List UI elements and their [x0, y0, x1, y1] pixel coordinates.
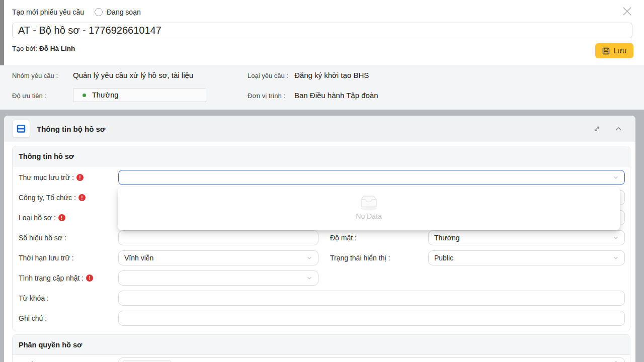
- secrecy-value: Thường: [434, 234, 459, 242]
- status-radio[interactable]: [95, 8, 103, 16]
- chevron-down-icon: [613, 174, 619, 180]
- retention-label: Thời hạn lưu trữ :: [19, 254, 118, 262]
- doc-number-label-text: Số hiệu hồ sơ :: [19, 234, 66, 242]
- dossier-detail-card: Thông tin hồ sơ Thư mục lưu trữ : Công t…: [12, 146, 630, 331]
- background-edge-strip: [0, 0, 4, 65]
- permission-card-title: Phân quyền hồ sơ: [19, 341, 82, 349]
- expand-icon: [593, 125, 600, 132]
- close-icon: [623, 7, 631, 16]
- display-status-select[interactable]: Public: [428, 250, 625, 265]
- empty-box-icon: [356, 194, 381, 211]
- priority-label: Độ ưu tiên :: [12, 92, 46, 100]
- secrecy-label: Độ mật :: [318, 234, 428, 242]
- permission-card: Phân quyền hồ sơ Quyền owner : Đỗ Hà Lin…: [12, 334, 630, 362]
- form-section-icon: [16, 124, 26, 134]
- display-status-label: Trạng thái hiển thị :: [318, 254, 428, 262]
- folder-select[interactable]: [118, 170, 625, 185]
- request-type-label: Loại yêu cầu :: [248, 72, 288, 79]
- modal-header: Tạo mới phiếu yêu cầu Đang soạn Tạo bởi:…: [0, 0, 644, 65]
- display-status-label-text: Trạng thái hiển thị :: [330, 254, 390, 262]
- created-by-name: Đỗ Hà Linh: [39, 45, 75, 52]
- owner-tag: Đỗ Hà Linh ×: [123, 360, 171, 362]
- keyword-label-text: Từ khóa :: [19, 294, 49, 302]
- chevron-down-icon: [306, 255, 312, 261]
- status-radio-group[interactable]: Đang soạn: [95, 7, 141, 17]
- modal-body: Thông tin bộ hồ sơ Thông tin hồ sơ: [0, 110, 644, 362]
- secrecy-select[interactable]: Thường: [428, 230, 625, 245]
- request-summary-section: Nhóm yêu cầu : Quản lý yêu cầu xử lý hồ …: [0, 65, 644, 110]
- doc-number-input[interactable]: [124, 231, 312, 245]
- note-label: Ghi chú :: [19, 314, 118, 322]
- created-by: Tạo bởi: Đỗ Hà Linh: [12, 45, 75, 52]
- owner-label: Quyền owner :: [19, 357, 118, 362]
- note-input[interactable]: [124, 311, 619, 325]
- no-data-text: No Data: [356, 212, 381, 220]
- request-group-label: Nhóm yêu cầu :: [12, 72, 58, 79]
- create-request-modal: Tạo mới phiếu yêu cầu Đang soạn Tạo bởi:…: [0, 0, 644, 362]
- folder-label: Thư mục lưu trữ :: [19, 173, 118, 182]
- request-group-value: Quản lý yêu cầu xử lý hồ sơ, tài liệu: [73, 71, 193, 79]
- save-icon: [602, 47, 610, 55]
- submit-unit-label: Đơn vị trình :: [248, 92, 285, 100]
- required-icon: [78, 194, 86, 201]
- dossier-detail-card-header: Thông tin hồ sơ: [13, 146, 630, 166]
- request-type-value: Đăng ký khởi tạo BHS: [294, 71, 369, 79]
- retention-value: Vĩnh viễn: [124, 254, 153, 262]
- dossier-detail-card-title: Thông tin hồ sơ: [19, 152, 74, 160]
- keyword-label: Từ khóa :: [19, 294, 118, 302]
- panel-title: Thông tin bộ hồ sơ: [37, 125, 105, 133]
- collapse-button[interactable]: [614, 125, 622, 133]
- chevron-up-icon: [615, 127, 622, 131]
- required-icon: [58, 214, 65, 221]
- note-input-box[interactable]: [118, 311, 625, 326]
- priority-dot-icon: [83, 94, 86, 97]
- owner-permission-row: Quyền owner : Đỗ Hà Linh ×: [13, 355, 630, 362]
- update-status-label: Tình trạng cập nhật :: [19, 274, 118, 282]
- doc-type-label: Loại hồ sơ :: [19, 214, 118, 222]
- folder-select-dropdown[interactable]: No Data: [118, 187, 620, 230]
- panel-header: Thông tin bộ hồ sơ: [4, 116, 635, 142]
- chevron-down-icon: [613, 235, 619, 241]
- folder-label-text: Thư mục lưu trữ :: [19, 173, 74, 182]
- close-button[interactable]: [622, 6, 632, 16]
- company-label: Công ty, Tổ chức :: [19, 194, 118, 202]
- required-icon: [86, 275, 93, 282]
- keyword-input[interactable]: [124, 291, 619, 305]
- priority-value: Thường: [92, 91, 118, 99]
- required-icon: [76, 174, 84, 181]
- secrecy-label-text: Độ mật :: [330, 234, 357, 242]
- dossier-info-panel: Thông tin bộ hồ sơ Thông tin hồ sơ: [4, 116, 635, 362]
- retention-label-text: Thời hạn lưu trữ :: [19, 254, 74, 262]
- doc-number-label: Số hiệu hồ sơ :: [19, 234, 118, 242]
- keyword-input-box[interactable]: [118, 291, 625, 306]
- chevron-down-icon: [613, 255, 619, 261]
- created-by-label: Tạo bởi:: [12, 45, 37, 52]
- note-label-text: Ghi chú :: [19, 314, 47, 322]
- window-title: Tạo mới phiếu yêu cầu: [12, 8, 84, 16]
- retention-select[interactable]: Vĩnh viễn: [118, 250, 318, 265]
- owner-multiselect[interactable]: Đỗ Hà Linh ×: [118, 357, 625, 362]
- doc-type-label-text: Loại hồ sơ :: [19, 214, 56, 222]
- expand-button[interactable]: [593, 125, 601, 133]
- permission-card-header: Phân quyền hồ sơ: [13, 335, 630, 355]
- panel-icon-button[interactable]: [12, 120, 30, 138]
- submit-unit-value: Ban Điều hành Tập đoàn: [294, 91, 378, 100]
- save-button[interactable]: Lưu: [595, 43, 633, 58]
- status-radio-label: Đang soạn: [107, 8, 141, 16]
- save-button-label: Lưu: [613, 47, 626, 55]
- doc-number-input-box[interactable]: [118, 230, 318, 245]
- request-title-input[interactable]: [12, 23, 632, 38]
- update-status-select[interactable]: [118, 270, 318, 286]
- chevron-down-icon: [306, 275, 312, 281]
- priority-select[interactable]: Thường: [73, 88, 206, 102]
- company-label-text: Công ty, Tổ chức :: [19, 194, 76, 202]
- update-status-label-text: Tình trạng cập nhật :: [19, 274, 84, 282]
- display-status-value: Public: [434, 254, 453, 262]
